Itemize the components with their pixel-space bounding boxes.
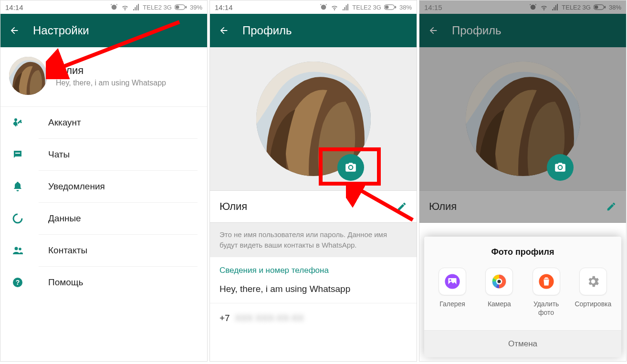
- avatar: [9, 57, 47, 95]
- screen-profile: 14:14 TELE2 3G 38% Профиль Юлия Это не и…: [209, 0, 417, 362]
- change-photo-button: [547, 154, 574, 181]
- battery-label: 38%: [399, 4, 412, 11]
- option-sort[interactable]: Сортировка: [573, 268, 614, 317]
- chat-icon: [11, 148, 24, 161]
- battery-icon: [384, 4, 397, 10]
- alarm-icon: [529, 3, 537, 11]
- app-bar: Профиль: [419, 14, 626, 47]
- contacts-icon: [11, 244, 24, 257]
- svg-rect-16: [385, 6, 389, 9]
- settings-item-chats[interactable]: Чаты: [39, 139, 198, 171]
- svg-rect-6: [15, 125, 18, 125]
- option-gallery[interactable]: Галерея: [432, 268, 473, 317]
- option-label: Камера: [479, 300, 520, 309]
- camera-icon: [345, 161, 357, 174]
- svg-rect-17: [395, 6, 397, 8]
- settings-list: Аккаунт Чаты Уведомления Данные Контакты…: [0, 107, 207, 298]
- settings-item-account[interactable]: Аккаунт: [39, 107, 198, 139]
- cancel-button[interactable]: Отмена: [424, 330, 621, 357]
- key-icon: [11, 116, 24, 129]
- page-title: Профиль: [242, 24, 292, 37]
- svg-rect-7: [15, 123, 17, 124]
- profile-name: Юлия: [219, 200, 397, 213]
- photo-options-sheet: Фото профиля Галерея Камера Удалить фото: [424, 237, 621, 357]
- page-title: Профиль: [452, 24, 502, 37]
- edit-icon: [606, 201, 617, 212]
- help-icon: ?: [11, 276, 24, 289]
- status-icons: TELE2 3G 39%: [110, 3, 202, 11]
- option-camera[interactable]: Камера: [479, 268, 520, 317]
- wifi-icon: [121, 3, 129, 11]
- settings-label: Контакты: [48, 245, 87, 256]
- svg-point-27: [498, 280, 501, 283]
- app-bar: Профиль: [210, 14, 417, 47]
- section-about-phone: Сведения и номер телефона: [210, 257, 417, 279]
- sheet-title: Фото профиля: [424, 237, 621, 263]
- profile-status: Hey, there, i am using Whatsapp: [56, 79, 166, 87]
- status-time: 14:15: [424, 3, 529, 11]
- page-title: Настройки: [33, 24, 89, 37]
- battery-icon: [594, 4, 606, 10]
- wifi-icon: [540, 3, 548, 11]
- svg-rect-2: [176, 6, 179, 9]
- settings-item-help[interactable]: ? Помощь: [39, 267, 198, 298]
- carrier-label: TELE2 3G: [143, 4, 172, 11]
- svg-rect-3: [186, 6, 187, 8]
- signal-icon: [132, 3, 140, 11]
- back-icon[interactable]: [219, 25, 229, 36]
- wifi-icon: [330, 3, 339, 11]
- svg-rect-21: [605, 6, 606, 8]
- profile-name: Юлия: [429, 200, 606, 213]
- change-photo-button[interactable]: [337, 154, 364, 181]
- screen-profile-photo-sheet: 14:15 TELE2 3G 38% Профиль Юлия Фото про…: [419, 0, 627, 362]
- status-bar: 14:14 TELE2 3G 39%: [0, 0, 207, 14]
- back-icon[interactable]: [9, 25, 20, 36]
- settings-label: Уведомления: [48, 181, 105, 192]
- alarm-icon: [110, 3, 118, 11]
- settings-item-notifications[interactable]: Уведомления: [39, 171, 198, 203]
- data-icon: [11, 212, 24, 225]
- profile-row[interactable]: Юлия Hey, there, i am using Whatsapp: [0, 47, 207, 107]
- option-delete[interactable]: Удалить фото: [526, 268, 567, 317]
- settings-label: Аккаунт: [48, 117, 81, 128]
- status-time: 14:14: [5, 3, 110, 11]
- screen-settings: 14:14 TELE2 3G 39% Настройки Юлия Hey, t…: [0, 0, 208, 362]
- edit-icon[interactable]: [397, 201, 407, 212]
- bell-icon: [11, 180, 24, 193]
- svg-rect-8: [15, 153, 20, 154]
- about-text[interactable]: Hey, there, i am using Whatsapp: [210, 279, 417, 303]
- back-icon[interactable]: [428, 25, 439, 36]
- trash-icon: [533, 268, 560, 295]
- signal-icon: [551, 3, 559, 11]
- phone-number-row[interactable]: +7 XXX XXX-XX-XX: [210, 303, 417, 333]
- status-time: 14:14: [215, 3, 320, 11]
- svg-point-10: [15, 247, 18, 250]
- gear-icon: [579, 268, 607, 295]
- settings-item-contacts[interactable]: Контакты: [39, 235, 198, 267]
- phone-prefix: +7: [219, 313, 230, 323]
- svg-text:?: ?: [16, 279, 20, 286]
- profile-photo-area: [210, 47, 417, 190]
- app-bar: Настройки: [0, 14, 207, 47]
- name-hint: Это не имя пользователя или пароль. Данн…: [210, 223, 417, 257]
- battery-label: 38%: [609, 4, 621, 11]
- svg-point-11: [19, 248, 21, 250]
- name-row[interactable]: Юлия: [210, 190, 417, 223]
- svg-point-24: [449, 279, 451, 281]
- carrier-label: TELE2 3G: [562, 4, 591, 11]
- battery-label: 39%: [190, 4, 202, 11]
- settings-label: Помощь: [48, 277, 83, 288]
- profile-name: Юлия: [56, 64, 166, 77]
- option-label: Сортировка: [573, 300, 614, 309]
- option-label: Галерея: [432, 300, 473, 309]
- settings-item-data[interactable]: Данные: [39, 203, 198, 235]
- alarm-icon: [320, 3, 327, 11]
- status-icons: TELE2 3G 38%: [320, 3, 412, 11]
- signal-icon: [342, 3, 349, 11]
- status-bar: 14:15 TELE2 3G 38%: [419, 0, 626, 14]
- settings-label: Чаты: [48, 149, 70, 160]
- settings-label: Данные: [48, 213, 81, 224]
- svg-point-9: [13, 214, 22, 223]
- profile-photo-area: [419, 47, 626, 190]
- name-row: Юлия: [419, 190, 626, 223]
